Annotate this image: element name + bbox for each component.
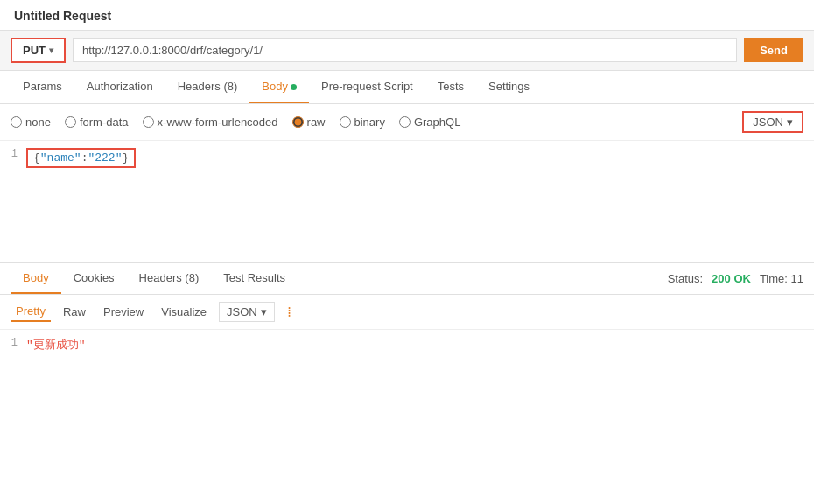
line-number-1: 1 <box>0 148 26 160</box>
title-bar: Untitled Request <box>0 0 814 31</box>
request-tabs-bar: Params Authorization Headers (8) Body Pr… <box>0 71 814 104</box>
response-tab-headers[interactable]: Headers (8) <box>127 263 212 294</box>
body-type-form-data[interactable]: form-data <box>65 116 129 129</box>
body-type-raw[interactable]: raw <box>292 116 326 129</box>
open-brace: { <box>33 151 40 164</box>
response-content: "更新成功" <box>26 337 86 353</box>
tab-params[interactable]: Params <box>11 71 74 103</box>
format-tab-preview[interactable]: Preview <box>98 303 149 321</box>
format-tab-pretty[interactable]: Pretty <box>11 302 51 322</box>
tab-body[interactable]: Body <box>249 71 309 103</box>
code-value: "222" <box>88 151 122 164</box>
body-type-none[interactable]: none <box>11 116 51 129</box>
body-type-urlencoded[interactable]: x-www-form-urlencoded <box>143 116 278 129</box>
code-content[interactable]: {"name":"222"} <box>26 148 136 168</box>
tab-headers[interactable]: Headers (8) <box>165 71 250 103</box>
editor-area[interactable]: 1 {"name":"222"} <box>0 141 814 263</box>
body-type-binary[interactable]: binary <box>340 116 385 129</box>
body-active-dot <box>291 84 297 90</box>
close-brace: } <box>122 151 129 164</box>
json-format-button[interactable]: JSON ▾ <box>742 111 803 133</box>
response-tab-cookies[interactable]: Cookies <box>61 263 127 294</box>
tab-pre-request[interactable]: Pre-request Script <box>309 71 425 103</box>
body-type-graphql[interactable]: GraphQL <box>399 116 460 129</box>
method-button[interactable]: PUT ▾ <box>11 38 66 63</box>
response-tabs-bar: Body Cookies Headers (8) Test Results St… <box>0 263 814 295</box>
send-button[interactable]: Send <box>744 38 803 62</box>
page-title: Untitled Request <box>14 9 111 23</box>
status-code: 200 OK <box>712 272 751 285</box>
code-key: "name" <box>40 151 81 164</box>
response-tab-body[interactable]: Body <box>11 263 61 294</box>
response-line-number: 1 <box>0 337 26 349</box>
time-label: Time: 11 <box>760 272 803 285</box>
tab-settings[interactable]: Settings <box>476 71 542 103</box>
response-tab-test-results[interactable]: Test Results <box>211 263 298 294</box>
tab-tests[interactable]: Tests <box>425 71 476 103</box>
response-status: Status: 200 OK Time: 11 <box>668 272 803 285</box>
json-dropdown-icon: ▾ <box>787 116 793 129</box>
body-type-bar: none form-data x-www-form-urlencoded raw… <box>0 104 814 141</box>
response-body: 1 "更新成功" <box>0 330 814 360</box>
format-tab-raw[interactable]: Raw <box>58 303 91 321</box>
response-format-bar: Pretty Raw Preview Visualize JSON ▾ ⁞ <box>0 295 814 330</box>
format-dropdown-icon: ▾ <box>261 305 267 318</box>
method-dropdown-icon: ▾ <box>49 46 53 55</box>
method-label: PUT <box>23 44 46 57</box>
tab-authorization[interactable]: Authorization <box>74 71 165 103</box>
editor-line-1: 1 {"name":"222"} <box>0 146 814 170</box>
format-tab-visualize[interactable]: Visualize <box>156 303 212 321</box>
url-bar: PUT ▾ Send <box>0 31 814 71</box>
url-input[interactable] <box>73 38 737 62</box>
response-line-1: 1 "更新成功" <box>0 335 814 354</box>
status-label: Status: <box>668 272 703 285</box>
response-section: Body Cookies Headers (8) Test Results St… <box>0 263 814 360</box>
wrap-icon[interactable]: ⁞ <box>287 304 291 320</box>
response-format-button[interactable]: JSON ▾ <box>219 302 275 322</box>
